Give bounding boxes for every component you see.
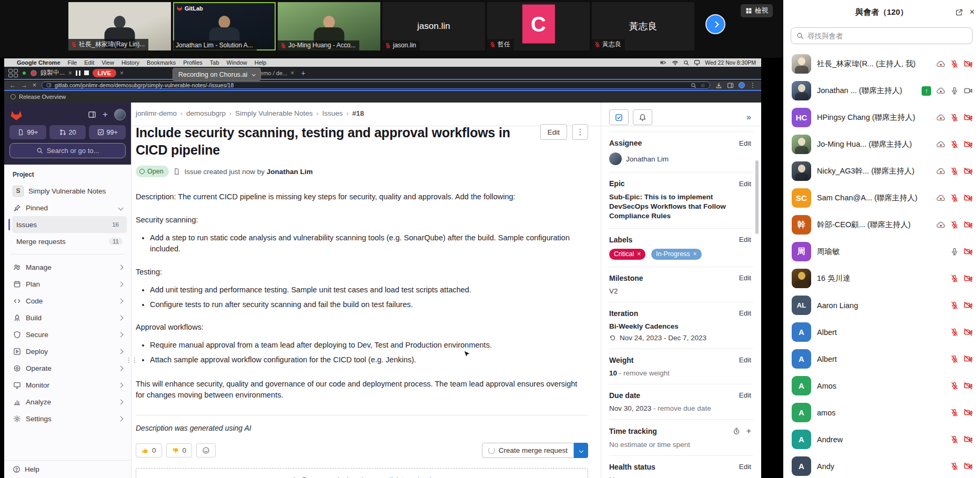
sidebar-item-build[interactable]: Build	[8, 309, 127, 326]
mic-on-icon[interactable]	[951, 87, 958, 95]
mic-on-icon[interactable]	[951, 248, 958, 256]
participant-row[interactable]: 周 周瑜敏	[783, 238, 980, 265]
gitlab-search-button[interactable]: Search or go to...	[9, 143, 126, 158]
gallery-next-page-button[interactable]	[705, 14, 725, 34]
sidebar-item-merge-requests[interactable]: Merge requests 11	[12, 233, 127, 250]
remove-due-date-link[interactable]: - remove due date	[653, 404, 711, 412]
mic-muted-icon[interactable]	[951, 435, 958, 443]
create-merge-request-button[interactable]: Create merge request	[482, 443, 574, 458]
stopwatch-icon[interactable]	[733, 428, 740, 435]
issue-author[interactable]: Jonathan Lim	[267, 168, 313, 176]
video-tile-c[interactable]: C 哲任	[487, 2, 590, 50]
add-reaction-button[interactable]	[196, 443, 216, 457]
camera-off-icon[interactable]	[964, 408, 973, 417]
pop-out-panel-icon[interactable]	[955, 8, 963, 16]
menu-bookmarks[interactable]: Bookmarks	[147, 59, 176, 66]
mic-muted-icon[interactable]	[951, 167, 958, 175]
recording-tab-label[interactable]: 錄製中...	[41, 68, 65, 77]
remove-label-icon[interactable]: ×	[693, 250, 697, 258]
video-tile-huang-zhiliang[interactable]: 黃志良 黃志良	[592, 2, 694, 50]
participants-search-input[interactable]	[807, 32, 967, 40]
label-critical[interactable]: Critical ×	[609, 249, 645, 260]
menu-bar-clock[interactable]: Wed 22 Nov 8:30PM	[705, 59, 756, 66]
camera-off-icon[interactable]	[964, 167, 973, 176]
participant-row[interactable]: 社長_林家瑋(R... (主持人, 我)	[783, 50, 980, 77]
menu-file[interactable]: File	[68, 59, 77, 66]
mic-muted-icon[interactable]	[951, 328, 958, 336]
edit-health-status-button[interactable]: Edit	[739, 463, 751, 471]
sidebar-item-manage[interactable]: Manage	[8, 259, 127, 276]
sidebar-item-settings[interactable]: Settings	[8, 410, 127, 427]
camera-off-icon[interactable]	[964, 301, 973, 310]
camera-off-icon[interactable]	[964, 194, 973, 202]
recording-service-dropdown[interactable]: Recording on Chorus.ai	[173, 68, 261, 81]
edit-labels-button[interactable]: Edit	[739, 236, 751, 243]
mic-muted-icon[interactable]	[951, 274, 958, 282]
milestone-value[interactable]: V2	[609, 287, 751, 295]
back-button[interactable]: ←	[9, 82, 16, 89]
participant-row[interactable]: 幹 幹部-CEO顧... (聯席主持人)	[783, 211, 980, 238]
mic-muted-icon[interactable]	[951, 301, 958, 309]
side-panel-icon[interactable]	[727, 82, 734, 89]
drag-handle-icon[interactable]: ⋮⋮	[125, 355, 137, 365]
menu-view[interactable]: View	[102, 59, 114, 66]
add-time-entry-icon[interactable]: +	[746, 426, 751, 436]
participant-row[interactable]: Jonathan ... (聯席主持人) ↑	[783, 77, 980, 104]
create-merge-request-dropdown[interactable]	[574, 443, 588, 458]
assignee-name[interactable]: Jonathan Lim	[626, 155, 669, 163]
click-to-upload-link[interactable]: click to upload	[386, 476, 431, 478]
breadcrumb-group[interactable]: jonlimr-demo	[136, 109, 177, 117]
participant-row[interactable]: AL Aaron Liang	[783, 292, 980, 319]
mic-muted-icon[interactable]	[951, 221, 958, 229]
display-icon[interactable]	[694, 59, 700, 66]
todo-button[interactable]	[609, 109, 629, 125]
camera-off-icon[interactable]	[964, 113, 973, 122]
browser-profile-avatar[interactable]	[739, 82, 745, 88]
issues-count-button[interactable]: 99+	[9, 125, 46, 139]
scrollbar-thumb[interactable]	[755, 160, 759, 234]
edit-assignee-button[interactable]: Edit	[739, 139, 751, 147]
participant-row[interactable]: Jo-Ming Hua... (聯席主持人)	[783, 131, 980, 158]
mic-muted-icon[interactable]	[951, 382, 958, 390]
camera-off-icon[interactable]	[964, 354, 973, 363]
mic-muted-icon[interactable]	[951, 140, 958, 148]
mic-muted-icon[interactable]	[951, 462, 958, 470]
camera-off-icon[interactable]	[964, 140, 973, 149]
edit-iteration-button[interactable]: Edit	[739, 309, 751, 317]
participant-row[interactable]: A Albert	[783, 345, 980, 372]
sidebar-item-project[interactable]: S Simply Vulnerable Notes	[8, 182, 127, 199]
view-layout-button[interactable]: 檢視	[741, 4, 773, 17]
stop-recording-icon[interactable]	[84, 70, 89, 75]
remove-weight-link[interactable]: - remove weight	[619, 369, 670, 377]
menu-app-name[interactable]: Google Chrome	[17, 59, 60, 66]
todos-count-button[interactable]: 99+	[89, 125, 126, 139]
user-avatar[interactable]	[114, 109, 126, 120]
mic-muted-icon[interactable]	[951, 194, 958, 202]
menu-profiles[interactable]: Profiles	[183, 59, 203, 66]
new-tab-button[interactable]: +	[301, 69, 305, 77]
sidebar-item-deploy[interactable]: Deploy	[8, 343, 127, 360]
camera-off-icon[interactable]	[964, 435, 973, 444]
camera-off-icon[interactable]	[964, 247, 973, 256]
issue-actions-kebab-icon[interactable]: ⋮	[572, 124, 588, 140]
site-settings-icon[interactable]	[46, 83, 52, 88]
camera-on-icon[interactable]	[964, 86, 973, 95]
pause-recording-icon[interactable]	[76, 70, 80, 76]
window-controls-icon[interactable]	[8, 69, 18, 77]
sidebar-item-code[interactable]: Code	[8, 292, 127, 309]
menu-history[interactable]: History	[122, 59, 139, 66]
label-in-progress[interactable]: In-Progress ×	[651, 249, 702, 260]
close-panel-icon[interactable]: ×	[969, 7, 975, 17]
camera-off-icon[interactable]	[964, 328, 973, 337]
downloads-icon[interactable]	[715, 82, 722, 89]
video-tile-jason-lin[interactable]: jason.lin jason.lin	[382, 2, 485, 50]
mic-muted-icon[interactable]	[951, 60, 958, 68]
gitlab-logo-icon[interactable]	[9, 108, 23, 121]
participant-row[interactable]: HC HPingsy Chang (聯席主持人)	[783, 104, 980, 131]
remove-label-icon[interactable]: ×	[637, 250, 641, 258]
menu-window[interactable]: Window	[227, 59, 247, 66]
participant-row[interactable]: A amos	[783, 399, 980, 426]
sidebar-item-issues[interactable]: Issues 16	[12, 216, 127, 233]
camera-off-icon[interactable]	[964, 462, 973, 471]
camera-off-icon[interactable]	[964, 59, 973, 68]
